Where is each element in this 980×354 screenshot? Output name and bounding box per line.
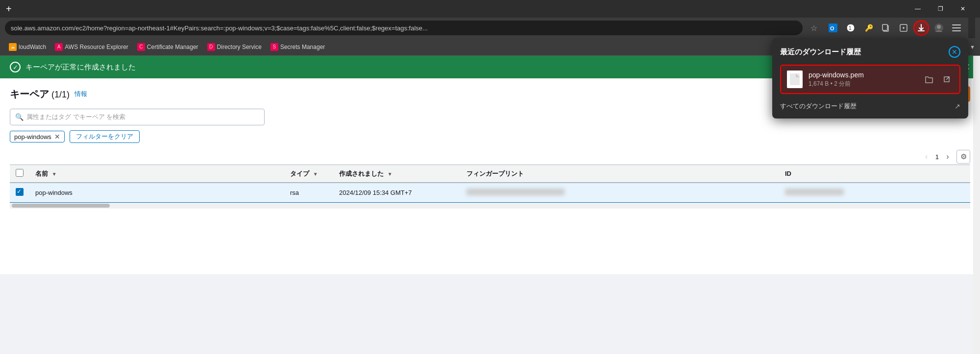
profile-icon-btn[interactable] (931, 20, 947, 36)
svg-rect-10 (952, 24, 961, 25)
bookmark-cloudwatch-label: loudWatch (19, 44, 46, 50)
download-icon-btn[interactable] (913, 20, 929, 36)
vertical-scrollbar[interactable] (973, 56, 980, 354)
popup-title: 最近のダウンロード履歴 (780, 56, 861, 57)
svg-rect-6 (882, 24, 887, 30)
bookmark-resource-explorer[interactable]: A AWS Resource Explorer (51, 41, 132, 53)
minimize-button[interactable]: — (906, 0, 929, 18)
resource-icon: A (55, 43, 63, 51)
close-button[interactable]: ✕ (952, 0, 974, 18)
bookmark-resource-label: AWS Resource Explorer (65, 44, 128, 50)
copy-icon-btn[interactable] (878, 20, 894, 36)
cloudwatch-icon: ☁ (9, 43, 17, 51)
cert-icon: C (137, 43, 145, 51)
bookmark-directory-label: Directory Service (217, 44, 262, 50)
file-actions (922, 72, 954, 86)
table-row: pop-windows rsa 2024/12/09 15:34 GMT+7 (10, 183, 970, 203)
created-sort-icon: ▼ (388, 171, 392, 177)
fingerprint-value (466, 189, 564, 195)
scrollbar-right (968, 18, 975, 38)
svg-text:O: O (830, 25, 834, 31)
bookmark-cert-label: Certificate Manager (147, 44, 198, 50)
th-id[interactable]: ID (779, 165, 970, 183)
key-icon-btn[interactable]: 🔑 (860, 20, 876, 36)
th-checkbox (10, 165, 29, 183)
title-bar: + — ❐ ✕ (0, 0, 980, 18)
success-check-icon: ✓ (10, 62, 21, 72)
search-placeholder: 属性またはタグ でキーペア を検索 (26, 113, 125, 121)
view-all-external-icon[interactable]: ↗ (955, 102, 960, 110)
row-checkbox-cell (10, 183, 29, 203)
new-tab-button[interactable]: + (6, 3, 12, 15)
row-name: pop-windows (29, 183, 284, 203)
secrets-icon: S (270, 43, 278, 51)
th-fingerprint[interactable]: フィンガープリント (461, 165, 779, 183)
th-created[interactable]: 作成されました ▼ (333, 165, 461, 183)
url-text: sole.aws.amazon.com/ec2/home?region=ap-n… (11, 24, 428, 32)
clear-filter-button[interactable]: フィルターをクリア (70, 130, 140, 143)
filter-tag-value: pop-windows (14, 133, 51, 141)
th-type[interactable]: タイプ ▼ (284, 165, 333, 183)
file-icon (787, 71, 803, 88)
page-number: 1 (935, 153, 939, 161)
success-message: キーペアが正常に作成されました (25, 63, 136, 72)
filter-tag: pop-windows ✕ (10, 131, 65, 142)
view-all-row: すべてのダウンロード履歴 ↗ (780, 99, 960, 111)
search-icon: 🔍 (15, 113, 24, 121)
table-header-row: 名前 ▼ タイプ ▼ 作成されました ▼ フィンガープリント (10, 165, 970, 183)
row-checkbox[interactable] (16, 188, 24, 196)
outlook-icon-btn[interactable]: O (825, 20, 841, 36)
file-info: pop-windows.pem 1,674 B • 2 分前 (808, 71, 916, 88)
address-bar[interactable]: sole.aws.amazon.com/ec2/home?region=ap-n… (5, 21, 803, 35)
row-type: rsa (284, 183, 333, 203)
row-fingerprint (461, 183, 779, 203)
popup-close-button[interactable]: ✕ (949, 56, 960, 58)
download-popup: 最近のダウンロード履歴 ✕ pop-windows.pem 1,674 B • … (772, 56, 968, 118)
id-value (785, 189, 844, 195)
select-all-checkbox[interactable] (16, 169, 24, 177)
directory-icon: D (207, 43, 215, 51)
page-title-count: (1/1) (49, 90, 70, 99)
star-icon[interactable]: ☆ (810, 24, 817, 33)
extension-icon-btn[interactable] (896, 20, 911, 36)
address-bar-row: sole.aws.amazon.com/ec2/home?region=ap-n… (0, 18, 980, 38)
toolbar-icons: O 1 🔑 (825, 20, 964, 36)
download-item: pop-windows.pem 1,674 B • 2 分前 (780, 65, 960, 94)
bookmark-secrets-manager[interactable]: S Secrets Manager (267, 41, 329, 53)
password-manager-icon-btn[interactable]: 1 (843, 20, 858, 36)
popup-header: 最近のダウンロード履歴 ✕ (780, 56, 960, 58)
page-title: キーペア (1/1) (10, 88, 70, 101)
bookmark-secrets-label: Secrets Manager (280, 44, 325, 50)
filter-row: pop-windows ✕ フィルターをクリア (10, 130, 970, 143)
horizontal-scrollbar[interactable] (10, 203, 970, 209)
keypairs-table: 名前 ▼ タイプ ▼ 作成されました ▼ フィンガープリント (10, 165, 970, 203)
prev-page-button[interactable]: ‹ (921, 151, 932, 163)
row-created: 2024/12/09 15:34 GMT+7 (333, 183, 461, 203)
view-all-link[interactable]: すべてのダウンロード履歴 (780, 102, 857, 111)
bookmark-directory-service[interactable]: D Directory Service (203, 41, 266, 53)
svg-rect-12 (952, 30, 961, 31)
row-id (779, 183, 970, 203)
svg-rect-14 (790, 73, 796, 77)
table-settings-button[interactable]: ⚙ (956, 150, 970, 164)
info-link[interactable]: 情報 (74, 90, 87, 98)
pagination-row: ‹ 1 › ⚙ (10, 150, 970, 164)
restore-button[interactable]: ❐ (929, 0, 952, 18)
svg-rect-11 (952, 27, 961, 28)
search-box[interactable]: 🔍 属性またはタグ でキーペア を検索 (10, 109, 265, 125)
bookmark-certificate-manager[interactable]: C Certificate Manager (133, 41, 202, 53)
th-name[interactable]: 名前 ▼ (29, 165, 284, 183)
open-folder-button[interactable] (922, 72, 936, 86)
next-page-button[interactable]: › (942, 151, 954, 163)
svg-text:🔑: 🔑 (865, 24, 873, 32)
name-sort-icon: ▼ (52, 171, 57, 177)
file-name: pop-windows.pem (808, 71, 916, 79)
open-file-button[interactable] (940, 72, 954, 86)
bookmark-cloudwatch[interactable]: ☁ loudWatch (5, 41, 50, 53)
file-meta: 1,674 B • 2 分前 (808, 80, 916, 88)
menu-icon-btn[interactable] (949, 20, 964, 36)
svg-text:1: 1 (849, 25, 852, 31)
filter-tag-remove[interactable]: ✕ (54, 133, 60, 141)
address-bar-icons: ☆ (810, 24, 817, 33)
main-content: ✓ キーペアが正常に作成されました ✕ キーペア (1/1) 情報 ↻ アクショ… (0, 56, 980, 354)
